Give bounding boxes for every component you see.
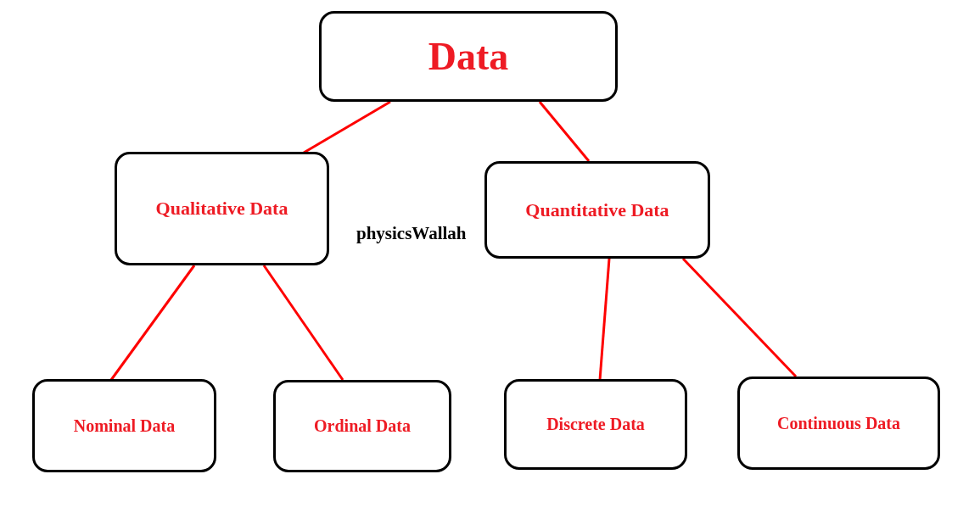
node-quantitative-label: Quantitative Data [525,199,669,221]
node-discrete-label: Discrete Data [546,415,645,434]
node-continuous-label: Continuous Data [777,414,900,433]
node-quantitative: Quantitative Data [484,161,710,259]
node-nominal-label: Nominal Data [74,416,175,436]
svg-line-1 [540,102,589,161]
node-root-label: Data [428,34,509,79]
svg-line-0 [304,102,390,153]
svg-line-5 [683,259,796,377]
svg-line-4 [600,259,609,380]
node-ordinal: Ordinal Data [273,380,451,472]
node-discrete: Discrete Data [504,379,687,470]
node-qualitative: Qualitative Data [115,152,329,265]
svg-line-3 [264,265,343,380]
node-ordinal-label: Ordinal Data [314,416,411,436]
watermark-text: physicsWallah [356,223,467,244]
node-continuous: Continuous Data [737,377,940,470]
node-nominal: Nominal Data [32,379,216,472]
node-qualitative-label: Qualitative Data [156,198,288,220]
node-root-data: Data [319,11,618,102]
svg-line-2 [111,265,194,380]
